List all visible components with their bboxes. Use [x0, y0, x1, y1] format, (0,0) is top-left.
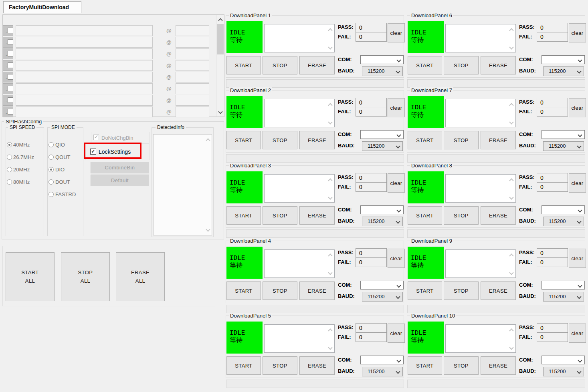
clear-button[interactable]: clear	[569, 173, 586, 193]
scroll-down-icon[interactable]	[328, 196, 332, 200]
start-button[interactable]: START	[408, 56, 442, 74]
radio-40mhz[interactable]	[7, 142, 12, 147]
erase-button[interactable]: ERASE	[481, 131, 516, 149]
file-path-input[interactable]	[16, 48, 153, 59]
file-row-checkbox[interactable]	[8, 28, 13, 33]
tab-factorymultidownload[interactable]: FactoryMultiDownload	[3, 1, 81, 13]
clear-button[interactable]: clear	[569, 98, 586, 117]
stop-button[interactable]: STOP	[444, 281, 479, 300]
fail-count-field[interactable]: 0	[537, 257, 568, 267]
fail-count-field[interactable]: 0	[356, 257, 387, 267]
pass-count-field[interactable]: 0	[537, 323, 568, 333]
start-button[interactable]: START	[408, 281, 442, 300]
erase-all-button[interactable]: ERASE ALL	[116, 252, 165, 301]
baud-rate-select[interactable]: 115200	[543, 217, 584, 226]
pass-count-field[interactable]: 0	[356, 248, 387, 258]
scroll-up-icon[interactable]	[328, 253, 332, 257]
pass-count-field[interactable]: 0	[356, 23, 387, 32]
address-input[interactable]	[176, 72, 209, 82]
start-button[interactable]: START	[408, 356, 442, 375]
baud-rate-select[interactable]: 115200	[362, 66, 403, 76]
erase-button[interactable]: ERASE	[299, 206, 335, 225]
start-button[interactable]: START	[226, 131, 261, 149]
file-path-input[interactable]	[16, 72, 153, 82]
com-port-select[interactable]	[360, 281, 404, 289]
clear-button[interactable]: clear	[388, 23, 405, 42]
baud-rate-select[interactable]: 115200	[362, 367, 403, 376]
erase-button[interactable]: ERASE	[299, 281, 335, 300]
address-input[interactable]	[176, 95, 209, 106]
panel-log-area[interactable]	[264, 99, 335, 127]
stop-button[interactable]: STOP	[444, 131, 479, 149]
address-input[interactable]	[176, 107, 209, 117]
com-port-select[interactable]	[542, 356, 585, 364]
file-row-checkbox[interactable]	[8, 51, 13, 56]
address-input[interactable]	[176, 37, 209, 48]
stop-button[interactable]: STOP	[263, 206, 297, 225]
scroll-down-icon[interactable]	[509, 271, 513, 275]
baud-rate-select[interactable]: 115200	[362, 217, 403, 226]
baud-rate-select[interactable]: 115200	[543, 292, 584, 302]
com-port-select[interactable]	[360, 130, 404, 139]
file-path-input[interactable]	[16, 60, 153, 71]
scrollbar-up-icon[interactable]	[218, 18, 222, 22]
address-input[interactable]	[176, 60, 209, 71]
clear-button[interactable]: clear	[388, 324, 405, 343]
radio-qio[interactable]	[48, 142, 54, 147]
pass-count-field[interactable]: 0	[537, 173, 568, 183]
fail-count-field[interactable]: 0	[356, 332, 387, 342]
clear-button[interactable]: clear	[388, 173, 405, 193]
fail-count-field[interactable]: 0	[356, 107, 387, 117]
radio-qout[interactable]	[48, 155, 54, 160]
clear-button[interactable]: clear	[388, 98, 405, 117]
address-input[interactable]	[176, 48, 209, 59]
com-port-select[interactable]	[360, 356, 404, 364]
panel-log-area[interactable]	[264, 324, 335, 353]
address-input[interactable]	[176, 83, 209, 94]
address-input[interactable]	[176, 25, 209, 36]
stop-button[interactable]: STOP	[263, 281, 297, 300]
fail-count-field[interactable]: 0	[537, 107, 568, 117]
file-row-checkbox[interactable]	[8, 109, 13, 115]
pass-count-field[interactable]: 0	[356, 98, 387, 107]
panel-log-area[interactable]	[445, 24, 516, 52]
file-row-checkbox[interactable]	[8, 62, 13, 68]
fail-count-field[interactable]: 0	[356, 32, 387, 42]
radio-dout[interactable]	[48, 179, 54, 185]
scroll-down-icon[interactable]	[328, 271, 332, 275]
com-port-select[interactable]	[360, 205, 404, 214]
scroll-down-icon[interactable]	[328, 121, 332, 125]
file-row-checkbox[interactable]	[8, 86, 13, 91]
pass-count-field[interactable]: 0	[356, 323, 387, 333]
baud-rate-select[interactable]: 115200	[543, 66, 584, 76]
com-port-select[interactable]	[360, 55, 404, 64]
scroll-down-icon[interactable]	[509, 346, 513, 350]
radio-dio[interactable]	[48, 167, 54, 172]
fail-count-field[interactable]: 0	[537, 332, 568, 342]
pass-count-field[interactable]: 0	[356, 173, 387, 183]
stop-button[interactable]: STOP	[263, 131, 297, 149]
file-path-input[interactable]	[16, 83, 153, 94]
file-path-input[interactable]	[16, 107, 153, 117]
scroll-up-icon[interactable]	[509, 328, 513, 332]
start-button[interactable]: START	[408, 131, 442, 149]
stop-button[interactable]: STOP	[444, 56, 479, 74]
scrollbar-thumb[interactable]	[217, 24, 224, 54]
file-row-checkbox[interactable]	[8, 97, 13, 103]
pass-count-field[interactable]: 0	[537, 248, 568, 258]
file-path-input[interactable]	[16, 95, 153, 106]
scroll-up-icon[interactable]	[328, 103, 332, 107]
file-list-scrollbar[interactable]	[216, 15, 224, 117]
stop-button[interactable]: STOP	[263, 56, 297, 74]
scroll-up-icon[interactable]	[328, 178, 332, 182]
com-port-select[interactable]	[542, 130, 585, 139]
stop-button[interactable]: STOP	[263, 356, 297, 375]
start-button[interactable]: START	[226, 356, 261, 375]
erase-button[interactable]: ERASE	[481, 206, 516, 225]
start-all-button[interactable]: START ALL	[6, 252, 55, 301]
scroll-down-icon[interactable]	[509, 46, 513, 50]
panel-log-area[interactable]	[264, 24, 335, 52]
start-button[interactable]: START	[226, 206, 261, 225]
scroll-down-icon[interactable]	[328, 346, 332, 350]
file-row-checkbox[interactable]	[8, 74, 13, 80]
